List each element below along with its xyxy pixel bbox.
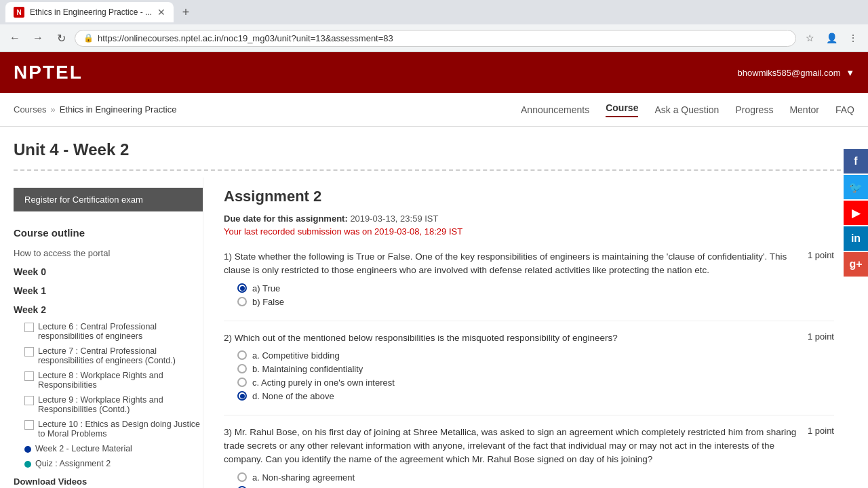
question-1-number: 1) <box>224 251 232 262</box>
breadcrumb: Courses » Ethics in Engineering Practice <box>14 104 176 115</box>
breadcrumb-separator: » <box>50 104 55 115</box>
sidebar-download-videos[interactable]: Download Videos <box>14 471 203 488</box>
radio-q1-b[interactable] <box>237 297 247 306</box>
user-dropdown-icon: ▼ <box>846 68 854 78</box>
new-tab-button[interactable]: + <box>176 3 195 22</box>
question-2-number: 2) <box>224 333 232 343</box>
lecture-9-checkbox[interactable] <box>24 396 34 405</box>
nav-announcements[interactable]: Announcements <box>521 104 589 115</box>
nptel-logo: NPTEL <box>14 62 83 83</box>
lecture-7-checkbox[interactable] <box>24 347 34 357</box>
quiz-dot <box>24 461 31 468</box>
lock-icon: 🔒 <box>83 33 94 43</box>
forward-button[interactable]: → <box>28 28 47 47</box>
youtube-button[interactable]: ▶ <box>844 201 868 225</box>
question-1: 1) State whether the following is True o… <box>224 250 834 307</box>
nav-ask-question[interactable]: Ask a Question <box>654 104 719 115</box>
sidebar: Register for Certification exam Course o… <box>14 178 203 488</box>
question-1-option-a[interactable]: a) True <box>237 283 834 293</box>
due-date-value: 2019-03-13, 23:59 IST <box>350 214 438 224</box>
bookmark-icon[interactable]: ☆ <box>800 28 819 47</box>
question-1-option-b[interactable]: b) False <box>237 297 834 307</box>
question-2-options: a. Competitive bidding b. Maintaining co… <box>237 350 834 401</box>
breadcrumb-current: Ethics in Engineering Practice <box>60 104 177 115</box>
radio-q1-a[interactable] <box>237 283 247 293</box>
radio-q2-b[interactable] <box>237 364 247 373</box>
radio-q2-d[interactable] <box>237 391 247 401</box>
sidebar-lecture-9[interactable]: Lecture 9 : Workplace Rights and Respons… <box>14 392 203 417</box>
radio-q2-a[interactable] <box>237 350 247 360</box>
sidebar-lecture-8[interactable]: Lecture 8 : Workplace Rights and Respons… <box>14 368 203 392</box>
linkedin-button[interactable]: in <box>844 226 868 251</box>
browser-nav: ← → ↻ 🔒 https://onlinecourses.nptel.ac.i… <box>0 24 868 52</box>
sidebar-course-outline[interactable]: Course outline <box>14 222 203 244</box>
nav-mentor[interactable]: Mentor <box>789 104 819 115</box>
browser-tabs: N Ethics in Engineering Practice - ... ✕… <box>0 0 868 24</box>
question-2-option-a[interactable]: a. Competitive bidding <box>237 350 834 361</box>
courses-link[interactable]: Courses <box>14 104 46 115</box>
refresh-button[interactable]: ↻ <box>52 28 71 47</box>
question-1-header: 1) State whether the following is True o… <box>224 250 834 278</box>
page-title-area: Unit 4 - Week 2 <box>0 127 868 178</box>
facebook-button[interactable]: f <box>844 149 868 174</box>
sidebar-week2-material[interactable]: Week 2 - Lecture Material <box>14 441 203 456</box>
top-navigation: Announcements Course Ask a Question Prog… <box>521 102 854 117</box>
question-1-body: State whether the following is True or F… <box>224 251 787 275</box>
question-3-number: 3) <box>224 427 232 437</box>
question-3-option-a[interactable]: a. Non-sharing agreement <box>237 472 834 483</box>
secondary-header: Courses » Ethics in Engineering Practice… <box>0 93 868 127</box>
active-tab[interactable]: N Ethics in Engineering Practice - ... ✕ <box>5 2 174 22</box>
question-2-option-b[interactable]: b. Maintaining confidentiality <box>237 364 834 374</box>
nav-progress[interactable]: Progress <box>735 104 773 115</box>
menu-icon[interactable]: ⋮ <box>844 28 863 47</box>
sidebar-how-to-access[interactable]: How to access the portal <box>14 244 203 262</box>
register-cert-button[interactable]: Register for Certification exam <box>14 188 203 211</box>
radio-q2-c[interactable] <box>237 378 247 387</box>
address-bar[interactable]: 🔒 https://onlinecourses.nptel.ac.in/noc1… <box>75 30 796 47</box>
browser-chrome: N Ethics in Engineering Practice - ... ✕… <box>0 0 868 52</box>
question-3-header: 3) Mr. Rahul Bose, on his first day of j… <box>224 426 834 467</box>
tab-favicon: N <box>14 7 24 18</box>
question-2-body: Which out of the mentioned below respons… <box>235 333 618 343</box>
content-area: Assignment 2 Due date for this assignmen… <box>203 178 854 488</box>
question-1-options: a) True b) False <box>237 283 834 307</box>
last-submission: Your last recorded submission was on 201… <box>224 226 834 237</box>
googleplus-button[interactable]: g+ <box>844 252 868 277</box>
question-1-points: 1 point <box>808 250 834 260</box>
sidebar-week0[interactable]: Week 0 <box>14 262 203 281</box>
user-menu[interactable]: bhowmiks585@gmail.com ▼ <box>735 68 854 78</box>
question-1-text: 1) State whether the following is True o… <box>224 250 801 278</box>
assignment-title: Assignment 2 <box>224 188 834 205</box>
twitter-button[interactable]: 🐦 <box>844 175 868 199</box>
lecture-10-checkbox[interactable] <box>24 420 34 430</box>
tab-title: Ethics in Engineering Practice - ... <box>30 7 152 17</box>
question-2: 2) Which out of the mentioned below resp… <box>224 331 834 401</box>
tab-close-button[interactable]: ✕ <box>157 7 165 18</box>
radio-q3-a[interactable] <box>237 472 247 482</box>
week2-material-dot <box>24 446 31 453</box>
question-3-option-b[interactable]: b. No-closure agreement <box>237 486 834 489</box>
main-container: Register for Certification exam Course o… <box>0 178 868 488</box>
back-button[interactable]: ← <box>5 28 24 47</box>
question-2-header: 2) Which out of the mentioned below resp… <box>224 331 834 345</box>
question-2-option-d[interactable]: d. None of the above <box>237 391 834 401</box>
user-email: bhowmiks585@gmail.com <box>738 68 841 78</box>
sidebar-quiz-assignment[interactable]: Quiz : Assignment 2 <box>14 456 203 471</box>
sidebar-lecture-10[interactable]: Lecture 10 : Ethics as Design doing Just… <box>14 417 203 441</box>
question-2-option-c[interactable]: c. Acting purely in one's own interest <box>237 378 834 388</box>
sidebar-lecture-6[interactable]: Lecture 6 : Central Professional respons… <box>14 319 203 344</box>
question-3-points: 1 point <box>808 426 834 436</box>
url-text: https://onlinecourses.nptel.ac.in/noc19_… <box>98 33 393 43</box>
account-icon[interactable]: 👤 <box>822 28 841 47</box>
question-2-text: 2) Which out of the mentioned below resp… <box>224 331 801 345</box>
question-3-body: Mr. Rahul Bose, on his first day of join… <box>224 427 796 465</box>
lecture-8-checkbox[interactable] <box>24 371 34 381</box>
sidebar-lecture-7[interactable]: Lecture 7 : Central Professional respons… <box>14 344 203 368</box>
sidebar-week1[interactable]: Week 1 <box>14 281 203 300</box>
lecture-6-checkbox[interactable] <box>24 323 34 332</box>
nav-course[interactable]: Course <box>606 102 638 117</box>
page-title: Unit 4 - Week 2 <box>14 140 854 171</box>
sidebar-week2[interactable]: Week 2 <box>14 300 203 319</box>
question-2-points: 1 point <box>808 331 834 342</box>
nav-faq[interactable]: FAQ <box>835 104 854 115</box>
